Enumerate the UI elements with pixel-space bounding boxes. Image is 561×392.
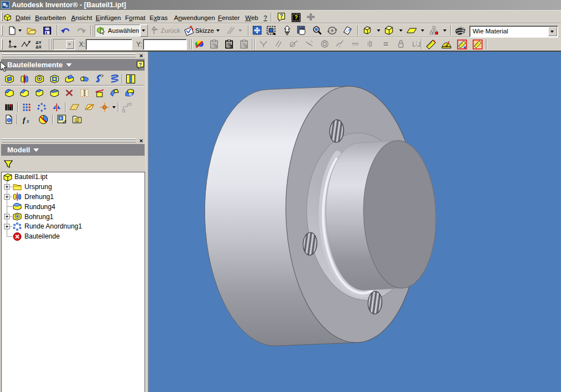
- svg-text:?: ?: [280, 13, 283, 19]
- svg-text:i: i: [77, 118, 78, 122]
- svg-text:E: E: [129, 92, 132, 97]
- svg-text:?: ?: [295, 14, 298, 21]
- svg-text:?: ?: [139, 61, 142, 67]
- svg-text:ΔX: ΔX: [36, 44, 41, 49]
- svg-text:f: f: [23, 116, 26, 124]
- svg-text:x: x: [26, 118, 29, 124]
- svg-text:i: i: [60, 116, 61, 120]
